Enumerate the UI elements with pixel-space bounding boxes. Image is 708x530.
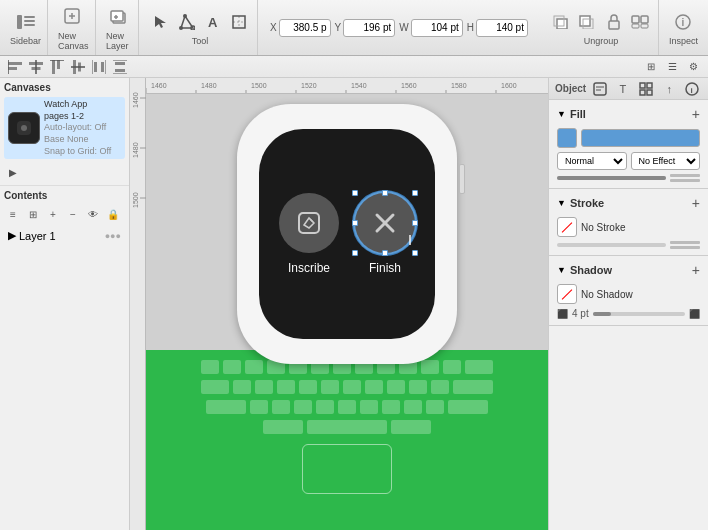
watch-side-button[interactable]: [459, 164, 465, 194]
text-tool[interactable]: A: [201, 10, 225, 34]
fill-section: ▼ Fill + Normal Multiply Screen No Effec…: [549, 100, 708, 189]
stroke-none-swatch[interactable]: [557, 217, 577, 237]
main-toolbar: Sidebar New Canvas New Layer: [0, 0, 708, 56]
opacity-slider[interactable]: [557, 176, 666, 180]
svg-text:1560: 1560: [401, 82, 417, 89]
inscribe-button[interactable]: [279, 193, 339, 253]
new-layer-label: New Layer: [106, 31, 132, 51]
panel-header: Object T ↑: [549, 78, 708, 100]
add-icon[interactable]: +: [44, 205, 62, 223]
back-button[interactable]: [576, 10, 600, 34]
front-button[interactable]: [550, 10, 574, 34]
stroke-slider[interactable]: [557, 243, 666, 247]
stroke-title-row: ▼ Stroke: [557, 197, 604, 209]
list-icon[interactable]: ≡: [4, 205, 22, 223]
svg-rect-22: [580, 16, 590, 26]
selection-handle-b: [382, 250, 388, 256]
svg-rect-8: [111, 11, 123, 21]
svg-rect-83: [640, 90, 645, 95]
align-center-icon[interactable]: [27, 58, 45, 76]
delete-icon[interactable]: −: [64, 205, 82, 223]
fill-add-button[interactable]: +: [692, 106, 700, 122]
watch-labels-row: Inscribe Finish: [279, 261, 415, 275]
svg-rect-24: [609, 21, 619, 29]
export-tab[interactable]: ↑: [660, 81, 679, 97]
contents-toolbar: ≡ ⊞ + − 👁 🔒: [4, 205, 125, 223]
svg-rect-2: [24, 20, 35, 22]
shadow-slider[interactable]: [593, 312, 685, 316]
eye-icon[interactable]: 👁: [84, 205, 102, 223]
fill-color-swatch[interactable]: [557, 128, 577, 148]
node-tool[interactable]: [175, 10, 199, 34]
svg-rect-32: [8, 67, 17, 70]
shadow-none-swatch[interactable]: [557, 284, 577, 304]
w-input[interactable]: [411, 19, 463, 37]
new-canvas-button[interactable]: [61, 5, 85, 29]
pointer-tool[interactable]: [149, 10, 173, 34]
info-tab[interactable]: i: [683, 81, 702, 97]
left-sidebar: Canvases Watch App pages 1-2 Auto-layout…: [0, 78, 130, 530]
effect-select[interactable]: No Effect: [631, 152, 701, 170]
x-input[interactable]: [279, 19, 331, 37]
shadow-section: ▼ Shadow + No Shadow ⬛ 4 pt ⬛: [549, 256, 708, 326]
align-top-icon[interactable]: [48, 58, 66, 76]
svg-rect-0: [17, 15, 22, 29]
svg-rect-38: [57, 60, 60, 69]
layer-1-row[interactable]: ▶ Layer 1 ●●●: [4, 227, 125, 244]
stroke-row: No Stroke: [557, 217, 700, 237]
list-view-icon[interactable]: ☰: [663, 58, 681, 76]
finish-button[interactable]: [355, 193, 415, 253]
blend-mode-select[interactable]: Normal Multiply Screen: [557, 152, 627, 170]
align-middle-icon[interactable]: [69, 58, 87, 76]
inspect-button[interactable]: i: [671, 10, 695, 34]
fill-header: ▼ Fill +: [557, 106, 700, 122]
shadow-toggle[interactable]: ▼: [557, 265, 566, 275]
ruler-vertical: 1460 1480 1500: [130, 78, 146, 530]
grid-view-icon[interactable]: ⊞: [642, 58, 660, 76]
canvases-title: Canvases: [4, 82, 125, 93]
svg-rect-26: [641, 16, 648, 23]
new-layer-button[interactable]: [107, 5, 131, 29]
grid-icon[interactable]: ⊞: [24, 205, 42, 223]
lock-button[interactable]: [602, 10, 626, 34]
h-input[interactable]: [476, 19, 528, 37]
ungroup-label: Ungroup: [584, 36, 619, 46]
line-1: [670, 174, 700, 177]
svg-rect-75: [299, 213, 319, 233]
stroke-section: ▼ Stroke + No Stroke: [549, 189, 708, 256]
fill-toggle-arrow[interactable]: ▼: [557, 109, 566, 119]
ungroup-button[interactable]: [628, 10, 652, 34]
sidebar-section: Sidebar: [4, 0, 48, 55]
selection-handle-br: [412, 250, 418, 256]
arrange-tab[interactable]: [636, 81, 655, 97]
shape-tool[interactable]: [227, 10, 251, 34]
expand-icon[interactable]: ▶: [4, 163, 22, 181]
distribute-h-icon[interactable]: [90, 58, 108, 76]
layer-1-label: Layer 1: [19, 230, 56, 242]
y-input[interactable]: [343, 19, 395, 37]
tool-section: A Tool: [143, 0, 258, 55]
shadow-title: Shadow: [570, 264, 612, 276]
lock-small-icon[interactable]: 🔒: [104, 205, 122, 223]
selection-handle-t: [382, 190, 388, 196]
opacity-row: [557, 174, 700, 182]
svg-text:1500: 1500: [251, 82, 267, 89]
svg-rect-3: [24, 24, 35, 26]
stroke-lines: [670, 241, 700, 249]
distribute-v-icon[interactable]: [111, 58, 129, 76]
stroke-add-button[interactable]: +: [692, 195, 700, 211]
fill-color-bar[interactable]: [581, 129, 700, 147]
canvas-area[interactable]: 1460 1480 1500 1520 1540 1560 1580: [130, 78, 548, 530]
svg-rect-43: [94, 62, 97, 72]
sidebar-button[interactable]: [14, 10, 38, 34]
svg-text:i: i: [682, 17, 685, 28]
secondary-toolbar: ⊞ ☰ ⚙: [0, 56, 708, 78]
shadow-add-button[interactable]: +: [692, 262, 700, 278]
style-tab[interactable]: [590, 81, 609, 97]
align-left-icon[interactable]: [6, 58, 24, 76]
stroke-toggle[interactable]: ▼: [557, 198, 566, 208]
canvas-item[interactable]: Watch App pages 1-2 Auto-layout: Off Bas…: [4, 97, 125, 159]
new-canvas-section: New Canvas: [52, 0, 96, 55]
text-tab[interactable]: T: [613, 81, 632, 97]
settings-icon[interactable]: ⚙: [684, 58, 702, 76]
